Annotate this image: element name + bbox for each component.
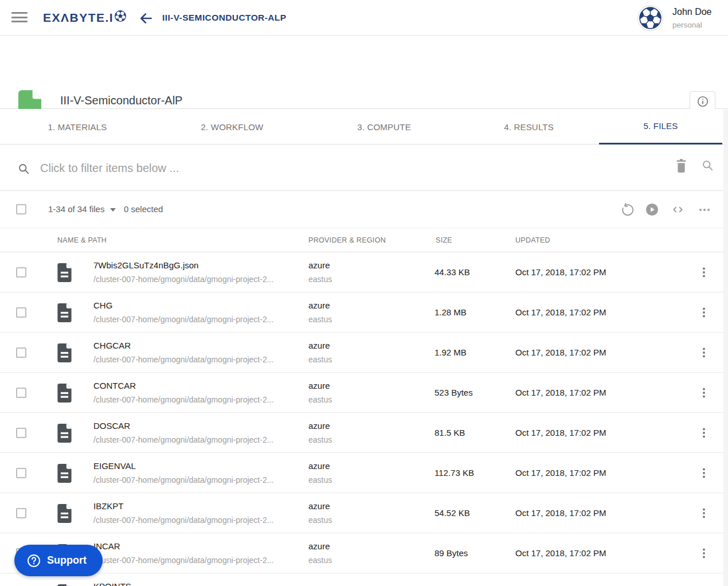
tab-label: 2. WORKFLOW bbox=[201, 122, 264, 132]
tab-label: 1. MATERIALS bbox=[48, 122, 107, 132]
menu-icon[interactable] bbox=[11, 12, 28, 24]
kebab-menu-icon[interactable] bbox=[697, 346, 711, 360]
info-icon bbox=[696, 95, 709, 110]
tab-1-materials[interactable]: 1. MATERIALS bbox=[0, 109, 155, 144]
file-updated: Oct 17, 2018, 17:02 PM bbox=[515, 267, 606, 277]
file-provider: azure bbox=[308, 381, 330, 390]
file-icon bbox=[57, 263, 72, 284]
column-header-updated[interactable]: UPDATED bbox=[515, 236, 550, 244]
advanced-search-icon[interactable] bbox=[702, 159, 714, 173]
caret-down-icon[interactable] bbox=[110, 208, 116, 212]
user-name: John Doe bbox=[672, 7, 712, 17]
tab-5-files[interactable]: 5. FILES bbox=[599, 109, 722, 144]
table-row[interactable]: EIGENVAL /cluster-007-home/gmogni/data/g… bbox=[0, 453, 728, 493]
file-icon bbox=[57, 384, 72, 405]
tab-label: 3. COMPUTE bbox=[357, 122, 411, 132]
tab-label: 5. FILES bbox=[644, 121, 678, 131]
tab-label: 4. RESULTS bbox=[504, 122, 554, 132]
row-checkbox[interactable] bbox=[16, 468, 26, 478]
file-provider: azure bbox=[308, 421, 330, 431]
tab-3-compute[interactable]: 3. COMPUTE bbox=[310, 109, 459, 144]
file-path: /cluster-007-home/gmogni/data/gmogni-pro… bbox=[93, 556, 273, 565]
more-horizontal-icon[interactable] bbox=[698, 203, 711, 217]
avatar-ball-icon[interactable] bbox=[637, 5, 663, 31]
file-provider: azure bbox=[308, 300, 330, 310]
app-logo[interactable]: EXΛBYTE.I bbox=[43, 10, 127, 25]
kebab-menu-icon[interactable] bbox=[697, 466, 711, 480]
column-header-size[interactable]: SIZE bbox=[436, 236, 452, 244]
user-account: personal bbox=[672, 21, 702, 29]
question-icon bbox=[27, 554, 41, 568]
table-body: 7Wbis2GLSuTz4nBgG.json /cluster-007-home… bbox=[0, 252, 728, 586]
row-checkbox[interactable] bbox=[16, 347, 26, 358]
table-row[interactable]: 7Wbis2GLSuTz4nBgG.json /cluster-007-home… bbox=[0, 252, 728, 292]
table-row[interactable]: DOSCAR /cluster-007-home/gmogni/data/gmo… bbox=[0, 413, 728, 453]
file-size: 523 Bytes bbox=[435, 388, 473, 397]
logo-ball-icon bbox=[113, 10, 127, 25]
table-row[interactable]: INCAR /cluster-007-home/gmogni/data/gmog… bbox=[0, 533, 728, 573]
file-name: CONTCAR bbox=[93, 381, 136, 390]
row-checkbox[interactable] bbox=[16, 508, 26, 518]
row-checkbox[interactable] bbox=[16, 388, 26, 398]
file-updated: Oct 17, 2018, 17:02 PM bbox=[515, 307, 606, 317]
file-icon bbox=[57, 343, 72, 365]
filter-input[interactable] bbox=[40, 158, 613, 178]
tab-2-workflow[interactable]: 2. WORKFLOW bbox=[155, 109, 310, 144]
kebab-menu-icon[interactable] bbox=[697, 546, 711, 560]
top-header: EXΛBYTE.I III-V-SEMICONDUCTO bbox=[0, 0, 728, 36]
kebab-menu-icon[interactable] bbox=[697, 426, 711, 440]
file-updated: Oct 17, 2018, 17:02 PM bbox=[515, 468, 606, 478]
file-size: 44.33 KB bbox=[435, 267, 470, 277]
file-path: /cluster-007-home/gmogni/data/gmogni-pro… bbox=[93, 395, 273, 404]
file-icon bbox=[57, 424, 72, 445]
kebab-menu-icon[interactable] bbox=[697, 265, 711, 279]
file-icon bbox=[57, 464, 72, 485]
file-size: 1.92 MB bbox=[435, 347, 467, 357]
pagination-range[interactable]: 1-34 of 34 files bbox=[48, 204, 104, 214]
file-region: eastus bbox=[308, 395, 332, 404]
column-header-provider-region[interactable]: PROVIDER & REGION bbox=[308, 236, 386, 244]
row-checkbox[interactable] bbox=[16, 307, 26, 318]
project-title: III-V-Semiconductor-AlP bbox=[60, 94, 182, 107]
file-icon bbox=[57, 504, 72, 525]
kebab-menu-icon[interactable] bbox=[697, 306, 711, 319]
table-header-row: NAME & PATH PROVIDER & REGION SIZE UPDAT… bbox=[0, 228, 728, 252]
table-row[interactable]: KPOINTS bbox=[0, 573, 728, 586]
file-provider: azure bbox=[308, 501, 330, 511]
scrollbar-track[interactable] bbox=[723, 110, 728, 586]
run-icon[interactable] bbox=[645, 203, 659, 217]
file-name: EIGENVAL bbox=[93, 461, 136, 471]
support-label: Support bbox=[47, 554, 87, 567]
trash-icon[interactable] bbox=[675, 159, 688, 174]
kebab-menu-icon[interactable] bbox=[697, 506, 711, 520]
app-window: EXΛBYTE.I III-V-SEMICONDUCTO bbox=[0, 0, 728, 586]
column-header-name-path[interactable]: NAME & PATH bbox=[57, 236, 107, 244]
table-row[interactable]: CHG /cluster-007-home/gmogni/data/gmogni… bbox=[0, 292, 728, 333]
list-toolbar: 1-34 of 34 files 0 selected bbox=[0, 191, 728, 228]
file-size: 112.73 KB bbox=[435, 468, 474, 478]
file-name: 7Wbis2GLSuTz4nBgG.json bbox=[93, 260, 198, 270]
file-path: /cluster-007-home/gmogni/data/gmogni-pro… bbox=[93, 355, 273, 364]
refresh-icon[interactable] bbox=[620, 203, 634, 217]
file-provider: azure bbox=[308, 461, 330, 471]
table-row[interactable]: IBZKPT /cluster-007-home/gmogni/data/gmo… bbox=[0, 493, 728, 533]
file-path: /cluster-007-home/gmogni/data/gmogni-pro… bbox=[93, 435, 273, 444]
row-checkbox[interactable] bbox=[16, 267, 26, 278]
row-checkbox[interactable] bbox=[16, 428, 26, 438]
file-icon bbox=[57, 303, 72, 325]
file-updated: Oct 17, 2018, 17:02 PM bbox=[515, 428, 606, 437]
file-name: KPOINTS bbox=[93, 581, 131, 586]
file-name: CHGCAR bbox=[93, 341, 131, 350]
file-path: /cluster-007-home/gmogni/data/gmogni-pro… bbox=[93, 275, 273, 284]
code-icon[interactable] bbox=[671, 203, 685, 217]
file-path: /cluster-007-home/gmogni/data/gmogni-pro… bbox=[93, 475, 273, 485]
file-name: CHG bbox=[93, 300, 112, 310]
support-button[interactable]: Support bbox=[14, 545, 103, 576]
tab-4-results[interactable]: 4. RESULTS bbox=[459, 109, 599, 144]
select-all-checkbox[interactable] bbox=[16, 204, 26, 214]
table-row[interactable]: CONTCAR /cluster-007-home/gmogni/data/gm… bbox=[0, 373, 728, 413]
table-row[interactable]: CHGCAR /cluster-007-home/gmogni/data/gmo… bbox=[0, 333, 728, 373]
project-header: III-V-Semiconductor-AlP Project 2018-10 … bbox=[0, 36, 728, 109]
kebab-menu-icon[interactable] bbox=[697, 386, 711, 400]
back-arrow-icon[interactable] bbox=[139, 11, 154, 26]
